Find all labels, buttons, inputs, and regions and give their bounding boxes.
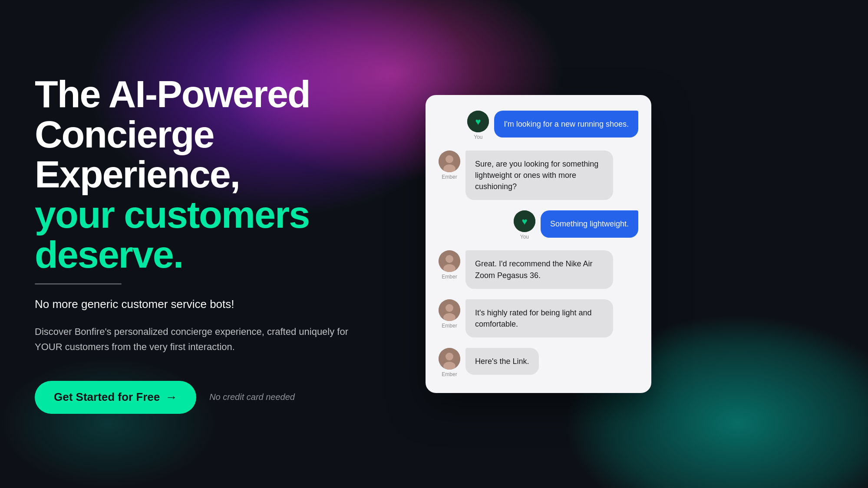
divider-line bbox=[35, 283, 122, 285]
right-section: I'm looking for a new running shoes. ♥ Y… bbox=[426, 95, 651, 393]
user-avatar-wrapper-1: ♥ You bbox=[467, 111, 489, 140]
agent-avatar-5 bbox=[439, 299, 460, 321]
agent-label-4: Ember bbox=[442, 274, 457, 280]
agent-avatar-wrapper-6: Ember bbox=[439, 348, 460, 377]
chat-message-row-4: Ember Great. I'd recommend the Nike Air … bbox=[439, 250, 638, 288]
user-label-3: You bbox=[520, 234, 529, 240]
no-credit-card-text: No credit card needed bbox=[209, 392, 295, 402]
chat-message-row-3: Something lightweight. ♥ You bbox=[439, 210, 638, 240]
svg-point-3 bbox=[446, 155, 453, 163]
chat-message-row-2: Ember Sure, are you looking for somethin… bbox=[439, 151, 638, 200]
description: Discover Bonfire's personalized concierg… bbox=[35, 324, 373, 354]
chat-bubble-agent-2: Sure, are you looking for something ligh… bbox=[465, 151, 613, 200]
svg-point-8 bbox=[446, 255, 453, 263]
chat-message-row: I'm looking for a new running shoes. ♥ Y… bbox=[439, 111, 638, 140]
cta-button-label: Get Started for Free bbox=[54, 390, 160, 404]
user-avatar-wrapper-3: ♥ You bbox=[514, 210, 535, 240]
user-avatar-3: ♥ bbox=[514, 210, 535, 232]
svg-point-11 bbox=[446, 304, 453, 312]
agent-avatar-4 bbox=[439, 250, 460, 272]
chat-bubble-agent-5: It's highly rated for being light and co… bbox=[465, 299, 613, 337]
cta-button-arrow: → bbox=[165, 390, 177, 404]
agent-avatar-wrapper-4: Ember bbox=[439, 250, 460, 280]
chat-bubble-user-1: I'm looking for a new running shoes. bbox=[494, 111, 638, 138]
agent-label-5: Ember bbox=[442, 323, 457, 329]
headline: The AI-Powered Concierge Experience, you… bbox=[35, 74, 399, 275]
headline-green-line1: your customers bbox=[35, 193, 309, 236]
content-wrapper: The AI-Powered Concierge Experience, you… bbox=[0, 0, 868, 488]
chat-bubble-agent-6: Here's the Link. bbox=[465, 348, 539, 375]
agent-avatar-wrapper-5: Ember bbox=[439, 299, 460, 329]
user-label-1: You bbox=[474, 134, 482, 140]
cta-row: Get Started for Free → No credit card ne… bbox=[35, 381, 399, 414]
agent-avatar-wrapper-2: Ember bbox=[439, 151, 460, 180]
chat-message-row-5: Ember It's highly rated for being light … bbox=[439, 299, 638, 337]
chat-widget: I'm looking for a new running shoes. ♥ Y… bbox=[426, 95, 651, 393]
svg-text:♥: ♥ bbox=[475, 116, 481, 127]
headline-green-line2: deserve. bbox=[35, 233, 183, 276]
svg-text:♥: ♥ bbox=[521, 216, 527, 227]
tagline: No more generic customer service bots! bbox=[35, 298, 399, 311]
user-avatar-1: ♥ bbox=[467, 111, 489, 132]
chat-bubble-agent-4: Great. I'd recommend the Nike Air Zoom P… bbox=[465, 250, 613, 288]
agent-avatar-2 bbox=[439, 151, 460, 172]
left-section: The AI-Powered Concierge Experience, you… bbox=[35, 74, 426, 413]
headline-line2: Concierge Experience, bbox=[35, 113, 240, 196]
chat-bubble-user-3: Something lightweight. bbox=[541, 210, 638, 237]
agent-label-6: Ember bbox=[442, 371, 457, 377]
svg-point-14 bbox=[446, 353, 453, 360]
agent-label-2: Ember bbox=[442, 174, 457, 180]
headline-line1: The AI-Powered bbox=[35, 72, 310, 115]
chat-message-row-6: Ember Here's the Link. bbox=[439, 348, 638, 377]
get-started-button[interactable]: Get Started for Free → bbox=[35, 381, 196, 414]
agent-avatar-6 bbox=[439, 348, 460, 370]
